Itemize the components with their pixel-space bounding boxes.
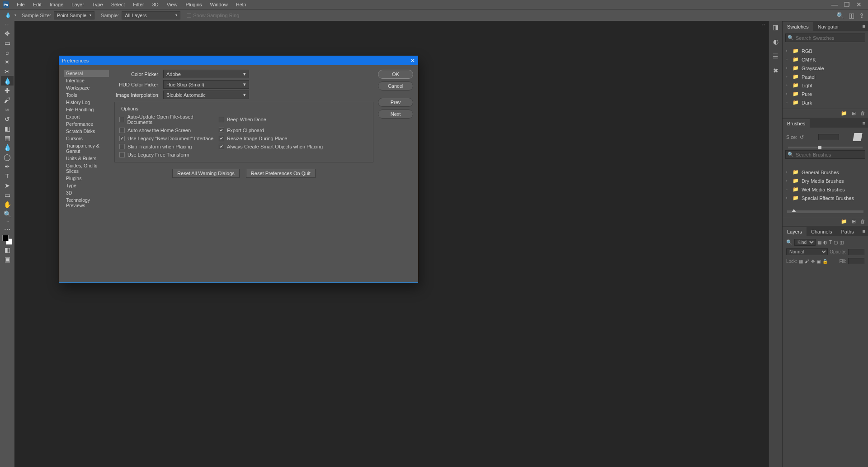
reset-prefs-button[interactable]: Reset Preferences On Quit: [246, 169, 316, 178]
lock-all-icon[interactable]: 🔒: [822, 259, 828, 264]
brush-folder-icon[interactable]: 📁: [841, 219, 847, 224]
brush-folder[interactable]: ›📁Wet Media Brushes: [784, 185, 866, 194]
type-tool[interactable]: T: [1, 171, 14, 181]
swatches-search-input[interactable]: [796, 35, 863, 41]
layers-panel-menu-icon[interactable]: ≡: [860, 227, 868, 236]
cancel-button[interactable]: Cancel: [378, 81, 413, 91]
menu-plugins[interactable]: Plugins: [181, 1, 206, 8]
prefs-category-transparency-gamut[interactable]: Transparency & Gamut: [64, 142, 109, 155]
brush-folder[interactable]: ›📁Dry Media Brushes: [784, 176, 866, 185]
brush-size-slider[interactable]: [788, 147, 863, 148]
preferences-titlebar[interactable]: Preferences ✕: [59, 56, 418, 65]
brush-tool[interactable]: 🖌: [1, 95, 14, 105]
lock-transparency-icon[interactable]: ▦: [799, 259, 803, 264]
menu-type[interactable]: Type: [88, 1, 107, 8]
checkbox[interactable]: [119, 117, 124, 122]
prefs-category-cursors[interactable]: Cursors: [64, 135, 109, 142]
color-panel-icon[interactable]: ◨: [773, 24, 778, 31]
opacity-input[interactable]: [848, 249, 864, 255]
filter-shape-icon[interactable]: ▢: [834, 240, 838, 245]
prefs-category-performance[interactable]: Performance: [64, 120, 109, 128]
blur-tool[interactable]: 💧: [1, 143, 14, 152]
checkbox[interactable]: [219, 117, 224, 122]
swatch-folder[interactable]: ›📁RGB: [784, 47, 866, 55]
filter-adjust-icon[interactable]: ◐: [823, 240, 827, 245]
menu-file[interactable]: File: [13, 1, 29, 8]
swatch-folder[interactable]: ›📁CMYK: [784, 55, 866, 64]
sample-size-dropdown[interactable]: Point Sample▾: [54, 11, 94, 19]
clone-stamp-tool[interactable]: ⎃: [1, 105, 14, 114]
properties-panel-icon[interactable]: ✖: [773, 67, 778, 74]
marquee-tool[interactable]: ▭: [1, 38, 14, 48]
hand-tool[interactable]: ✋: [1, 200, 14, 209]
swatch-folder[interactable]: ›📁Light: [784, 81, 866, 90]
checkbox[interactable]: [119, 144, 125, 149]
brushes-search-input[interactable]: [796, 152, 863, 157]
brush-reset-icon[interactable]: ↺: [800, 134, 804, 140]
lasso-tool[interactable]: ⌕: [1, 48, 14, 57]
menu-select[interactable]: Select: [107, 1, 129, 8]
search-icon[interactable]: 🔍: [836, 12, 844, 19]
checkbox[interactable]: [219, 144, 224, 149]
tab-paths[interactable]: Paths: [837, 227, 859, 236]
gradient-tool[interactable]: ▦: [1, 133, 14, 143]
filter-pixel-icon[interactable]: ▦: [817, 240, 821, 245]
edit-toolbar[interactable]: ⋯: [1, 224, 14, 234]
checkbox[interactable]: [119, 136, 125, 141]
brush-thumbnail-slider[interactable]: [787, 210, 863, 213]
hud-color-picker-dropdown[interactable]: Hue Strip (Small)▾: [163, 80, 249, 89]
preferences-close-icon[interactable]: ✕: [410, 57, 415, 64]
prev-button[interactable]: Prev: [378, 98, 413, 107]
swatch-delete-icon[interactable]: 🗑: [860, 110, 865, 116]
sample-dropdown[interactable]: All Layers▾: [122, 11, 180, 19]
brush-new-icon[interactable]: ⊞: [852, 219, 856, 224]
ok-button[interactable]: OK: [378, 70, 413, 79]
tab-swatches[interactable]: Swatches: [783, 22, 813, 31]
show-sampling-ring-checkbox[interactable]: [187, 13, 191, 18]
path-select-tool[interactable]: ➤: [1, 181, 14, 190]
blend-mode-dropdown[interactable]: Normal: [786, 248, 828, 255]
move-tool[interactable]: ✥: [1, 29, 14, 38]
lock-artboard-icon[interactable]: ▣: [816, 259, 821, 264]
menu-layer[interactable]: Layer: [67, 1, 88, 8]
filter-smart-icon[interactable]: ◫: [840, 240, 844, 245]
checkbox[interactable]: [119, 128, 125, 133]
brush-folder[interactable]: ›📁General Brushes: [784, 168, 866, 176]
adjustments-panel-icon[interactable]: ◐: [773, 38, 778, 45]
fg-bg-swatches[interactable]: [2, 235, 12, 245]
fill-input[interactable]: [848, 258, 864, 264]
swatch-folder-icon[interactable]: 📁: [841, 110, 847, 116]
prefs-category-scratch-disks[interactable]: Scratch Disks: [64, 128, 109, 135]
swatch-new-icon[interactable]: ⊞: [852, 110, 856, 116]
next-button[interactable]: Next: [378, 110, 413, 119]
tab-layers[interactable]: Layers: [783, 227, 807, 236]
swatch-folder[interactable]: ›📁Dark: [784, 98, 866, 107]
history-brush-tool[interactable]: ↺: [1, 114, 14, 124]
checkbox[interactable]: [119, 152, 125, 157]
brush-folder[interactable]: ›📁Special Effects Brushes: [784, 194, 866, 202]
prefs-category-file-handling[interactable]: File Handling: [64, 106, 109, 113]
rectangle-tool[interactable]: ▭: [1, 190, 14, 200]
prefs-category-technology-previews[interactable]: Technology Previews: [64, 196, 109, 209]
filter-type-icon[interactable]: T: [829, 240, 832, 245]
workspace-icon[interactable]: ◫: [849, 12, 854, 19]
reset-warnings-button[interactable]: Reset All Warning Dialogs: [172, 169, 240, 178]
menu-image[interactable]: Image: [46, 1, 68, 8]
prefs-category-units-rulers[interactable]: Units & Rulers: [64, 155, 109, 162]
menu-filter[interactable]: Filter: [129, 1, 148, 8]
prefs-category-history-log[interactable]: History Log: [64, 99, 109, 106]
prefs-category-interface[interactable]: Interface: [64, 77, 109, 84]
tab-navigator[interactable]: Navigator: [813, 22, 844, 31]
swatches-search[interactable]: 🔍: [785, 33, 865, 42]
pen-tool[interactable]: ✒: [1, 162, 14, 171]
quick-mask-tool[interactable]: ◧: [1, 245, 14, 254]
prefs-category-guides-grid-slices[interactable]: Guides, Grid & Slices: [64, 162, 109, 175]
brushes-search[interactable]: 🔍: [785, 150, 865, 159]
image-interpolation-dropdown[interactable]: Bicubic Automatic▾: [163, 91, 249, 99]
zoom-tool[interactable]: 🔍: [1, 209, 14, 219]
share-icon[interactable]: ⇪: [859, 12, 864, 19]
lock-position-icon[interactable]: ✥: [811, 259, 815, 264]
crop-tool[interactable]: ✂: [1, 67, 14, 76]
prefs-category-tools[interactable]: Tools: [64, 91, 109, 99]
menu-window[interactable]: Window: [206, 1, 232, 8]
